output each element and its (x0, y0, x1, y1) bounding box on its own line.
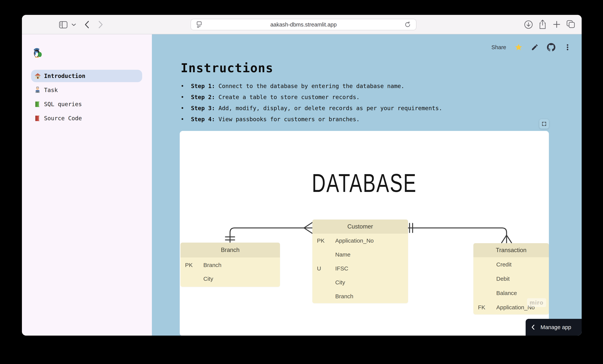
er-table-customer: CustomerPKApplication_NoNameUIFSCCityBra… (312, 220, 408, 303)
downloads-icon[interactable] (524, 20, 533, 29)
er-field-label: Debit (496, 276, 510, 282)
steps-list: •Step 1: Connect to the database by ente… (181, 83, 442, 127)
address-bar[interactable]: aakash-dbms.streamlit.app (191, 19, 417, 30)
tab-overview-icon[interactable] (566, 20, 575, 29)
er-diagram-image[interactable]: DATABASE BranchPKBranchCity CustomerPKAp… (180, 131, 549, 336)
page-settings-icon[interactable] (196, 21, 202, 28)
instruction-step: •Step 1: Connect to the database by ente… (181, 83, 442, 89)
er-key-label: PK (180, 262, 203, 268)
overflow-menu-icon[interactable] (564, 44, 571, 51)
er-table-branch: BranchPKBranchCity (180, 243, 280, 287)
sidebar-item-sql-queries[interactable]: SQL queries (31, 98, 142, 110)
sidebar-item-introduction[interactable]: Introduction (31, 70, 142, 82)
technologist-icon (34, 86, 41, 94)
er-field-label: Branch (203, 262, 221, 268)
red-book-icon (34, 115, 41, 122)
er-key-label: U (312, 265, 335, 272)
green-book-icon (34, 101, 41, 108)
er-field-label: Balance (496, 290, 517, 296)
streamlit-header: Share (491, 43, 571, 51)
github-icon[interactable] (547, 43, 555, 51)
bullet: • (181, 94, 191, 100)
er-table-row: Name (312, 247, 408, 261)
manage-app-label: Manage app (541, 324, 571, 330)
er-table-row: City (312, 275, 408, 289)
sidebar-item-label: SQL queries (44, 101, 82, 107)
main-area: Share (152, 34, 582, 336)
sidebar-nav: IntroductionTaskSQL queriesSource Code (31, 70, 142, 126)
er-table-row: Branch (312, 289, 408, 303)
er-table-title: Customer (312, 220, 408, 234)
fullscreen-icon[interactable] (539, 119, 549, 129)
bullet: • (181, 83, 191, 89)
miro-watermark: miro (527, 298, 546, 307)
er-table-row: City (180, 272, 280, 286)
app-body: IntroductionTaskSQL queriesSource Code S… (22, 34, 582, 336)
sidebar-toggle-icon[interactable] (59, 21, 68, 28)
er-table-row: Debit (473, 271, 549, 286)
er-key-label: FK (473, 304, 496, 311)
manage-app-button[interactable]: Manage app (526, 319, 582, 336)
sidebar-item-label: Task (44, 87, 58, 93)
er-table-row: Credit (473, 257, 549, 271)
instruction-step: •Step 2: Create a table to store custome… (181, 94, 442, 100)
step-text: Step 3: Add, modify, display, or delete … (191, 105, 442, 111)
er-field-label: City (335, 279, 345, 286)
instruction-step: •Step 4: View passbooks for customers or… (181, 116, 442, 122)
er-table-title: Transaction (473, 243, 549, 257)
chevron-down-icon[interactable] (71, 23, 76, 26)
bullet: • (181, 116, 191, 122)
er-table-title: Branch (180, 243, 280, 258)
forward-button[interactable] (98, 21, 103, 29)
sidebar-item-task[interactable]: Task (31, 84, 142, 96)
back-button[interactable] (84, 21, 89, 29)
sidebar-item-label: Source Code (44, 115, 82, 122)
er-table-row: PKBranch (180, 258, 280, 272)
new-tab-icon[interactable] (553, 20, 561, 29)
sidebar-item-source-code[interactable]: Source Code (31, 112, 142, 124)
star-icon[interactable] (515, 43, 522, 51)
er-field-label: Application_No (335, 237, 374, 244)
bullet: • (181, 105, 191, 111)
page-title: Instructions (181, 61, 273, 75)
url-text: aakash-dbms.streamlit.app (270, 22, 336, 28)
house-icon (34, 72, 41, 80)
sidebar: IntroductionTaskSQL queriesSource Code (22, 34, 152, 336)
er-table-row: UIFSC (312, 261, 408, 275)
er-table-row: Balance (473, 286, 549, 300)
er-field-label: Branch (335, 293, 353, 300)
edit-icon[interactable] (531, 44, 539, 51)
step-text: Step 2: Create a table to store customer… (191, 94, 360, 100)
penguin-logo (32, 47, 42, 58)
sidebar-item-label: Introduction (44, 73, 85, 79)
step-text: Step 4: View passbooks for customers or … (191, 116, 360, 122)
er-field-label: Credit (496, 261, 511, 268)
step-text: Step 1: Connect to the database by enter… (191, 83, 405, 89)
chevron-left-icon (531, 325, 535, 330)
er-table-row: PKApplication_No (312, 234, 408, 247)
er-field-label: IFSC (335, 265, 348, 272)
er-field-label: City (203, 276, 213, 282)
browser-window: aakash-dbms.streamlit.app (22, 15, 582, 336)
instruction-step: •Step 3: Add, modify, display, or delete… (181, 105, 442, 111)
er-key-label: PK (312, 237, 335, 244)
browser-toolbar: aakash-dbms.streamlit.app (22, 15, 582, 34)
reload-icon[interactable] (404, 21, 411, 28)
share-icon[interactable] (538, 19, 547, 29)
er-field-label: Name (335, 251, 350, 258)
share-button[interactable]: Share (491, 44, 506, 50)
